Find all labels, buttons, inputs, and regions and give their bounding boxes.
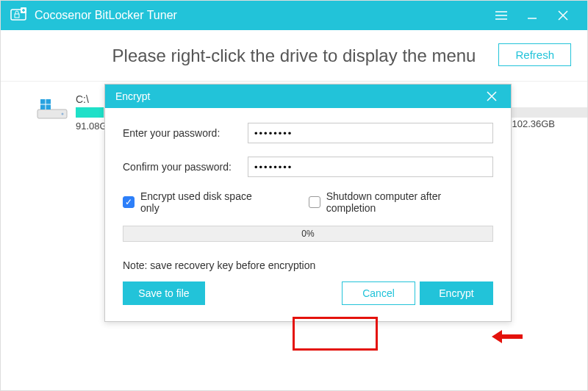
annotation-arrow xyxy=(492,329,523,343)
password-input[interactable] xyxy=(248,123,493,143)
refresh-button[interactable]: Refresh xyxy=(498,43,571,66)
dialog-title-text: Encrypt xyxy=(115,90,150,102)
confirm-password-label: Confirm your password: xyxy=(123,161,248,173)
options-row: Encrypt used disk space only Shutdown co… xyxy=(123,190,493,214)
progress-bar: 0% xyxy=(123,226,493,242)
titlebar: Cocosenor BitLocker Tuner xyxy=(1,1,587,30)
drive-usage-fill xyxy=(76,107,104,118)
used-space-label: Encrypt used disk space only xyxy=(140,190,273,214)
cancel-button[interactable]: Cancel xyxy=(342,281,415,305)
confirm-password-row: Confirm your password: xyxy=(123,157,493,177)
shutdown-label: Shutdown computer after completion xyxy=(326,190,493,214)
dialog-body: Enter your password: Confirm your passwo… xyxy=(105,108,511,321)
drive-free-text-right: f 102.36GB xyxy=(506,118,555,129)
encrypt-dialog: Encrypt Enter your password: Confirm you… xyxy=(104,84,512,322)
confirm-password-input[interactable] xyxy=(248,157,493,177)
close-button[interactable] xyxy=(548,1,578,30)
shutdown-checkbox[interactable] xyxy=(309,196,320,208)
password-row: Enter your password: xyxy=(123,123,493,143)
progress-text: 0% xyxy=(301,229,314,239)
menu-button[interactable] xyxy=(486,1,517,30)
drive-icon xyxy=(36,96,68,121)
dialog-close-button[interactable] xyxy=(483,87,501,105)
save-to-file-button[interactable]: Save to file xyxy=(123,281,205,305)
app-title: Cocosenor BitLocker Tuner xyxy=(35,9,486,22)
used-space-checkbox-wrapper[interactable]: Encrypt used disk space only xyxy=(123,190,273,214)
instruction-text: Please right-click the drive to display … xyxy=(112,46,476,66)
app-logo-icon xyxy=(10,7,27,24)
dialog-titlebar: Encrypt xyxy=(105,85,511,108)
password-label: Enter your password: xyxy=(123,127,248,139)
subheader: Please right-click the drive to display … xyxy=(1,30,587,82)
shutdown-checkbox-wrapper[interactable]: Shutdown computer after completion xyxy=(309,190,493,214)
dialog-button-row: Save to file Cancel Encrypt xyxy=(123,281,493,305)
svg-rect-2 xyxy=(15,14,19,18)
minimize-button[interactable] xyxy=(517,1,548,30)
note-text: Note: save recovery key before encryptio… xyxy=(123,259,493,271)
used-space-checkbox[interactable] xyxy=(123,196,135,208)
svg-point-4 xyxy=(62,113,64,115)
encrypt-button[interactable]: Encrypt xyxy=(420,281,493,305)
